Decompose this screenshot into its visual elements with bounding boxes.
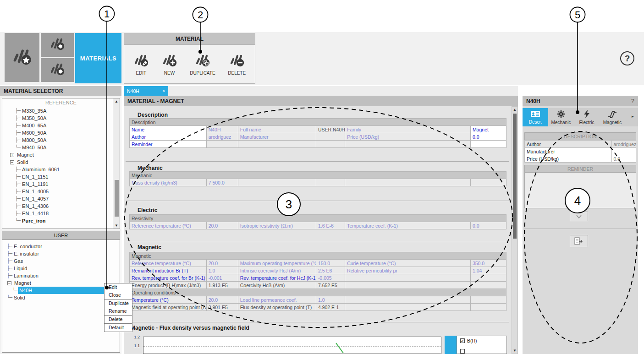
field-value[interactable]	[611, 148, 636, 155]
panel-tab-descr[interactable]: Descr.	[523, 108, 548, 126]
property-value[interactable]: 7 500.0	[206, 179, 238, 186]
export-button[interactable]	[570, 235, 588, 247]
edit-button[interactable]: EDIT	[133, 53, 149, 76]
property-value[interactable]: USER.N40H	[316, 126, 345, 133]
document-tab-n40h[interactable]: N40H ×	[124, 86, 168, 96]
legend-item-bh[interactable]: ✓ B(H)	[457, 336, 506, 343]
tree-item-e-conductor[interactable]: ├─E. conductor	[7, 243, 120, 250]
property-value[interactable]	[470, 282, 506, 289]
tree-item-m330-35a[interactable]: ├─M330_35A	[10, 107, 120, 114]
scroll-down-icon[interactable]: ▼	[113, 223, 120, 228]
new-button[interactable]: NEW	[162, 53, 177, 76]
tree-item-lamination[interactable]: ├─Lamination	[7, 272, 120, 279]
collapse-button[interactable]	[570, 212, 588, 221]
tree-item-m600-50a[interactable]: ├─M600_50A	[10, 129, 120, 136]
menu-item-delete[interactable]: Delete	[105, 316, 132, 323]
expand-icon[interactable]: +	[10, 153, 14, 157]
tree-item-en-1-4418[interactable]: ├─EN_1_4418	[10, 210, 120, 217]
reminder-textarea[interactable]	[524, 173, 636, 208]
tab-close-icon[interactable]: ×	[162, 88, 165, 93]
property-value[interactable]	[470, 179, 506, 186]
property-value[interactable]: 20.0	[206, 222, 238, 229]
tree-item-liquid[interactable]: ├─Liquid	[7, 265, 120, 272]
property-value[interactable]: arodriguez	[206, 133, 238, 141]
property-value[interactable]: 2.5 E6	[316, 267, 345, 274]
panel-tab-electric[interactable]: Electric	[574, 108, 600, 126]
collapse-icon[interactable]: −	[7, 281, 11, 285]
property-value[interactable]: 7.652 E5	[316, 282, 345, 289]
property-value[interactable]: 0.0	[470, 133, 506, 141]
bh-curve-plot[interactable]	[143, 337, 441, 354]
menu-item-rename[interactable]: Rename	[105, 307, 132, 315]
material-export-tile[interactable]	[41, 58, 74, 82]
tree-item-magnet[interactable]: +Magnet	[10, 151, 120, 158]
tree-item-magnet[interactable]: −Magnet	[7, 279, 120, 287]
field-value[interactable]: arodriguez	[611, 141, 636, 148]
property-value[interactable]: 150.0	[316, 260, 345, 267]
delete-button[interactable]: DELETE	[228, 53, 246, 76]
tree-item-gas[interactable]: ├─Gas	[7, 257, 120, 265]
tree-item-solid[interactable]: −Solid	[10, 158, 120, 166]
panel-tab-mechanic[interactable]: Mechanic	[548, 108, 574, 126]
property-value[interactable]: 4.902 E-1	[316, 304, 345, 311]
legend-item-partial[interactable]	[457, 343, 506, 354]
reference-scroll-thumb[interactable]	[115, 180, 119, 217]
scroll-down-icon[interactable]: ▼	[512, 349, 517, 353]
tree-item-m800-50a[interactable]: ├─M800_50A	[10, 136, 120, 144]
reference-scrollbar[interactable]: ▲ ▼	[113, 98, 120, 229]
property-value[interactable]: 1.0	[316, 296, 345, 304]
duplicate-button[interactable]: DUPLICATE	[190, 53, 215, 76]
property-value[interactable]	[470, 296, 506, 304]
property-value[interactable]	[316, 179, 345, 186]
tree-item-pure-iron[interactable]: └─Pure_iron	[10, 217, 120, 224]
tree-item-en-1-1191[interactable]: ├─EN_1_1191	[10, 180, 120, 188]
field-value[interactable]: 0.0	[611, 155, 636, 163]
property-value[interactable]: -0.005	[316, 274, 345, 282]
property-value[interactable]: 0.0	[470, 222, 506, 229]
panel-help-icon[interactable]: ?	[631, 98, 634, 104]
more-tabs-icon[interactable]: ▸	[632, 114, 634, 119]
scroll-up-icon[interactable]: ▲	[113, 99, 120, 103]
main-scrollbar[interactable]: ▲ ▼	[512, 106, 518, 354]
property-value[interactable]	[470, 304, 506, 311]
property-value[interactable]: 1.04	[470, 267, 506, 274]
property-value[interactable]	[316, 133, 345, 141]
tree-item-m940-50a[interactable]: └─M940_50A	[10, 144, 120, 151]
menu-item-close[interactable]: Close	[105, 291, 132, 299]
tree-item-en-1-4306[interactable]: ├─EN_1_4306	[10, 202, 120, 210]
checkbox-unchecked-icon[interactable]	[460, 349, 465, 354]
property-value[interactable]: 20.0	[206, 260, 238, 267]
menu-item-duplicate[interactable]: Duplicate	[105, 300, 132, 307]
property-value[interactable]	[316, 141, 345, 148]
property-value[interactable]	[470, 274, 506, 282]
property-value[interactable]: 1.6 E-6	[316, 222, 345, 229]
property-value[interactable]: 1.913 E5	[206, 282, 238, 289]
property-value[interactable]	[206, 141, 238, 148]
tree-item-n40h[interactable]: └─N40H	[7, 287, 120, 294]
checkbox-checked-icon[interactable]: ✓	[460, 338, 465, 343]
property-value[interactable]: 3.901 E5	[206, 304, 238, 311]
property-value[interactable]: 350.0	[470, 260, 506, 267]
collapse-icon[interactable]: −	[10, 160, 14, 164]
main-scroll-thumb[interactable]	[513, 114, 517, 239]
tree-item-m350-50a[interactable]: ├─M350_50A	[10, 114, 120, 122]
tree-item-en-1-4005[interactable]: ├─EN_1_4005	[10, 188, 120, 195]
tree-item-en-1-1151[interactable]: ├─EN_1_1151	[10, 173, 120, 180]
property-value[interactable]: N40H	[206, 126, 238, 133]
tree-item-aluminium-6061[interactable]: ├─Aluminium_6061	[10, 166, 120, 173]
materials-tab[interactable]: MATERIALS	[75, 33, 121, 83]
help-button[interactable]: ?	[620, 51, 634, 65]
property-value[interactable]: -0.001	[206, 274, 238, 282]
property-value[interactable]	[470, 141, 506, 148]
panel-tab-magnetic[interactable]: Magnetic	[600, 108, 625, 126]
property-value[interactable]: 20.0	[206, 296, 238, 304]
menu-item-default[interactable]: Default	[105, 324, 132, 332]
material-star-tile[interactable]	[5, 33, 39, 82]
material-import-tile[interactable]	[41, 33, 74, 57]
property-value[interactable]: 1.0	[206, 267, 238, 274]
scroll-up-icon[interactable]: ▲	[512, 108, 517, 112]
tree-item-e-insulator[interactable]: ├─E. insulator	[7, 250, 120, 257]
tree-item-m400-65a[interactable]: ├─M400_65A	[10, 122, 120, 129]
tree-item-solid[interactable]: └─Solid	[7, 294, 120, 301]
property-value[interactable]: Magnet	[470, 126, 506, 133]
